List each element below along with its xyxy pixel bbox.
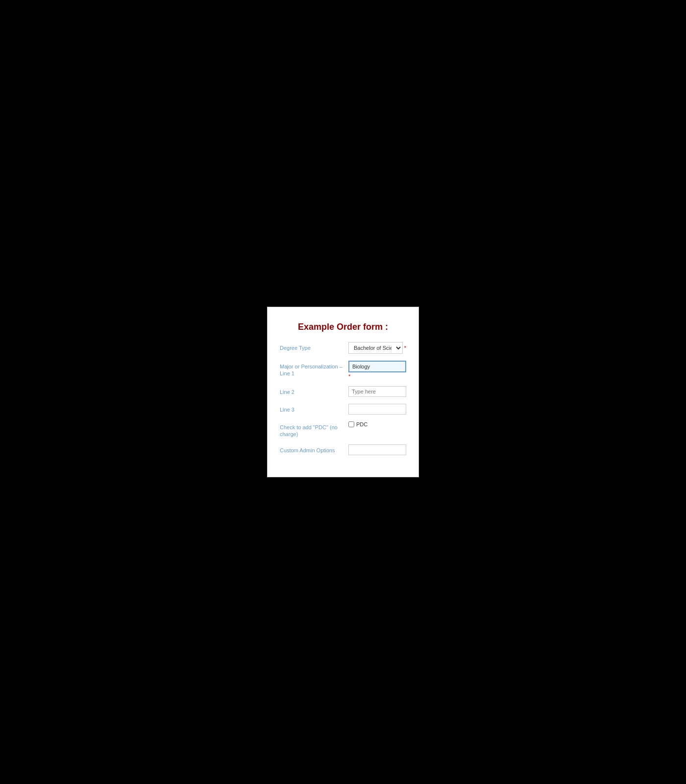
custom-admin-input[interactable]	[348, 444, 406, 455]
line2-row: Line 2	[280, 386, 406, 397]
pdc-field: PDC	[348, 421, 406, 427]
degree-type-field: Bachelor of Science Master of Science As…	[348, 342, 406, 354]
line3-label: Line 3	[280, 404, 348, 413]
line2-input[interactable]	[348, 386, 406, 397]
custom-admin-label: Custom Admin Options	[280, 444, 348, 454]
pdc-row: Check to add "PDC" (no charge) PDC	[280, 421, 406, 438]
pdc-checkbox-label: PDC	[356, 421, 368, 427]
custom-admin-row: Custom Admin Options	[280, 444, 406, 455]
line3-field	[348, 404, 406, 415]
line3-input[interactable]	[348, 404, 406, 415]
pdc-label: Check to add "PDC" (no charge)	[280, 421, 348, 438]
major-line1-required: *	[348, 373, 406, 379]
form-title: Example Order form :	[280, 322, 406, 332]
line3-row: Line 3	[280, 404, 406, 415]
major-line1-input[interactable]	[348, 361, 406, 372]
major-line1-label: Major or Personalization – Line 1	[280, 361, 348, 377]
pdc-checkbox[interactable]	[348, 421, 354, 427]
degree-type-required: *	[404, 345, 406, 351]
degree-type-select[interactable]: Bachelor of Science Master of Science As…	[348, 342, 403, 354]
order-form-container: Example Order form : Degree Type Bachelo…	[267, 307, 419, 478]
major-line1-field: *	[348, 361, 406, 379]
line2-field	[348, 386, 406, 397]
degree-type-row: Degree Type Bachelor of Science Master o…	[280, 342, 406, 354]
degree-type-label: Degree Type	[280, 342, 348, 351]
major-line1-row: Major or Personalization – Line 1 *	[280, 361, 406, 379]
line2-label: Line 2	[280, 386, 348, 395]
custom-admin-field	[348, 444, 406, 455]
